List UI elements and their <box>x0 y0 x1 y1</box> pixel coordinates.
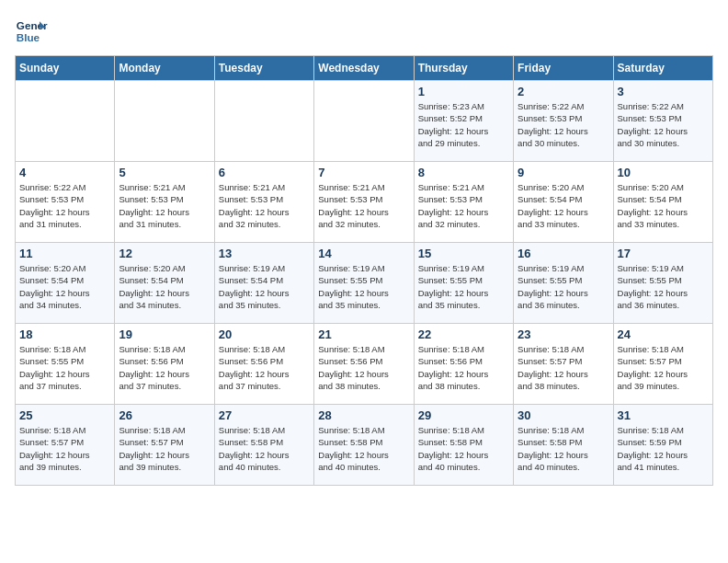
day-number: 18 <box>19 327 110 341</box>
day-number: 20 <box>219 327 310 341</box>
calendar-cell: 30Sunrise: 5:18 AM Sunset: 5:58 PM Dayli… <box>514 405 613 486</box>
calendar-cell: 26Sunrise: 5:18 AM Sunset: 5:57 PM Dayli… <box>115 405 214 486</box>
day-info: Sunrise: 5:18 AM Sunset: 5:56 PM Dayligh… <box>418 343 509 392</box>
calendar-week-row: 11Sunrise: 5:20 AM Sunset: 5:54 PM Dayli… <box>16 243 713 324</box>
day-info: Sunrise: 5:18 AM Sunset: 5:58 PM Dayligh… <box>518 424 609 473</box>
day-info: Sunrise: 5:18 AM Sunset: 5:55 PM Dayligh… <box>19 343 110 392</box>
calendar-cell: 11Sunrise: 5:20 AM Sunset: 5:54 PM Dayli… <box>16 243 115 324</box>
calendar-cell: 31Sunrise: 5:18 AM Sunset: 5:59 PM Dayli… <box>613 405 712 486</box>
calendar-cell: 19Sunrise: 5:18 AM Sunset: 5:56 PM Dayli… <box>115 324 214 405</box>
day-info: Sunrise: 5:19 AM Sunset: 5:55 PM Dayligh… <box>618 262 709 311</box>
calendar-cell: 6Sunrise: 5:21 AM Sunset: 5:53 PM Daylig… <box>214 162 313 243</box>
day-number: 14 <box>318 247 409 260</box>
calendar-cell: 8Sunrise: 5:21 AM Sunset: 5:53 PM Daylig… <box>414 162 513 243</box>
day-info: Sunrise: 5:22 AM Sunset: 5:53 PM Dayligh… <box>518 100 609 149</box>
calendar-header-monday: Monday <box>115 56 214 81</box>
calendar-header-wednesday: Wednesday <box>314 56 414 81</box>
calendar-header-saturday: Saturday <box>613 56 712 81</box>
calendar-cell: 5Sunrise: 5:21 AM Sunset: 5:53 PM Daylig… <box>115 162 214 243</box>
calendar-cell: 20Sunrise: 5:18 AM Sunset: 5:56 PM Dayli… <box>214 324 313 405</box>
calendar-cell: 17Sunrise: 5:19 AM Sunset: 5:55 PM Dayli… <box>613 243 712 324</box>
day-number: 17 <box>618 247 709 260</box>
day-info: Sunrise: 5:18 AM Sunset: 5:57 PM Dayligh… <box>618 343 709 392</box>
calendar-cell: 25Sunrise: 5:18 AM Sunset: 5:57 PM Dayli… <box>16 405 115 486</box>
day-number: 29 <box>418 408 509 422</box>
calendar-week-row: 18Sunrise: 5:18 AM Sunset: 5:55 PM Dayli… <box>16 324 713 405</box>
day-number: 15 <box>418 247 509 260</box>
day-info: Sunrise: 5:21 AM Sunset: 5:53 PM Dayligh… <box>318 181 409 230</box>
day-number: 24 <box>618 327 709 341</box>
day-info: Sunrise: 5:18 AM Sunset: 5:57 PM Dayligh… <box>518 343 609 392</box>
calendar-cell: 13Sunrise: 5:19 AM Sunset: 5:54 PM Dayli… <box>214 243 313 324</box>
calendar-cell: 1Sunrise: 5:23 AM Sunset: 5:52 PM Daylig… <box>414 81 513 162</box>
calendar-cell: 14Sunrise: 5:19 AM Sunset: 5:55 PM Dayli… <box>314 243 414 324</box>
calendar-cell: 10Sunrise: 5:20 AM Sunset: 5:54 PM Dayli… <box>613 162 712 243</box>
day-number: 4 <box>19 166 110 179</box>
calendar-header-tuesday: Tuesday <box>214 56 313 81</box>
day-number: 5 <box>119 166 210 179</box>
svg-text:Blue: Blue <box>17 31 40 43</box>
day-info: Sunrise: 5:18 AM Sunset: 5:57 PM Dayligh… <box>119 424 210 473</box>
calendar-week-row: 1Sunrise: 5:23 AM Sunset: 5:52 PM Daylig… <box>16 81 713 162</box>
day-number: 19 <box>119 327 210 341</box>
day-info: Sunrise: 5:22 AM Sunset: 5:53 PM Dayligh… <box>19 181 110 230</box>
day-number: 30 <box>518 408 609 422</box>
calendar-cell: 7Sunrise: 5:21 AM Sunset: 5:53 PM Daylig… <box>314 162 414 243</box>
day-info: Sunrise: 5:19 AM Sunset: 5:55 PM Dayligh… <box>518 262 609 311</box>
day-info: Sunrise: 5:18 AM Sunset: 5:56 PM Dayligh… <box>318 343 409 392</box>
day-info: Sunrise: 5:18 AM Sunset: 5:56 PM Dayligh… <box>119 343 210 392</box>
calendar-week-row: 4Sunrise: 5:22 AM Sunset: 5:53 PM Daylig… <box>16 162 713 243</box>
day-number: 27 <box>219 408 310 422</box>
calendar-cell <box>214 81 313 162</box>
day-info: Sunrise: 5:22 AM Sunset: 5:53 PM Dayligh… <box>618 100 709 149</box>
day-number: 7 <box>318 166 409 179</box>
calendar-header-row: SundayMondayTuesdayWednesdayThursdayFrid… <box>16 56 713 81</box>
calendar-header-friday: Friday <box>514 56 613 81</box>
day-info: Sunrise: 5:18 AM Sunset: 5:57 PM Dayligh… <box>19 424 110 473</box>
day-info: Sunrise: 5:20 AM Sunset: 5:54 PM Dayligh… <box>518 181 609 230</box>
day-info: Sunrise: 5:21 AM Sunset: 5:53 PM Dayligh… <box>418 181 509 230</box>
day-number: 25 <box>19 408 110 422</box>
day-info: Sunrise: 5:23 AM Sunset: 5:52 PM Dayligh… <box>418 100 509 149</box>
calendar-cell: 22Sunrise: 5:18 AM Sunset: 5:56 PM Dayli… <box>414 324 513 405</box>
day-number: 11 <box>19 247 110 260</box>
calendar-cell: 29Sunrise: 5:18 AM Sunset: 5:58 PM Dayli… <box>414 405 513 486</box>
day-info: Sunrise: 5:18 AM Sunset: 5:58 PM Dayligh… <box>219 424 310 473</box>
day-info: Sunrise: 5:19 AM Sunset: 5:55 PM Dayligh… <box>318 262 409 311</box>
day-info: Sunrise: 5:19 AM Sunset: 5:55 PM Dayligh… <box>418 262 509 311</box>
calendar-body: 1Sunrise: 5:23 AM Sunset: 5:52 PM Daylig… <box>16 81 713 486</box>
calendar-cell: 23Sunrise: 5:18 AM Sunset: 5:57 PM Dayli… <box>514 324 613 405</box>
calendar-cell <box>314 81 414 162</box>
calendar-cell: 2Sunrise: 5:22 AM Sunset: 5:53 PM Daylig… <box>514 81 613 162</box>
calendar-cell <box>115 81 214 162</box>
calendar-cell: 3Sunrise: 5:22 AM Sunset: 5:53 PM Daylig… <box>613 81 712 162</box>
calendar-table: SundayMondayTuesdayWednesdayThursdayFrid… <box>15 55 713 486</box>
calendar-cell: 21Sunrise: 5:18 AM Sunset: 5:56 PM Dayli… <box>314 324 414 405</box>
logo: General Blue <box>15 15 48 48</box>
day-number: 8 <box>418 166 509 179</box>
day-info: Sunrise: 5:18 AM Sunset: 5:58 PM Dayligh… <box>418 424 509 473</box>
day-number: 1 <box>418 85 509 98</box>
day-number: 10 <box>618 166 709 179</box>
day-number: 21 <box>318 327 409 341</box>
header: General Blue <box>15 15 713 48</box>
day-number: 22 <box>418 327 509 341</box>
calendar-cell: 27Sunrise: 5:18 AM Sunset: 5:58 PM Dayli… <box>214 405 313 486</box>
day-info: Sunrise: 5:18 AM Sunset: 5:58 PM Dayligh… <box>318 424 409 473</box>
day-info: Sunrise: 5:18 AM Sunset: 5:59 PM Dayligh… <box>618 424 709 473</box>
calendar-cell: 24Sunrise: 5:18 AM Sunset: 5:57 PM Dayli… <box>613 324 712 405</box>
calendar-cell: 4Sunrise: 5:22 AM Sunset: 5:53 PM Daylig… <box>16 162 115 243</box>
logo-icon: General Blue <box>15 15 48 48</box>
day-number: 12 <box>119 247 210 260</box>
day-info: Sunrise: 5:21 AM Sunset: 5:53 PM Dayligh… <box>119 181 210 230</box>
day-number: 3 <box>618 85 709 98</box>
calendar-cell: 28Sunrise: 5:18 AM Sunset: 5:58 PM Dayli… <box>314 405 414 486</box>
day-info: Sunrise: 5:20 AM Sunset: 5:54 PM Dayligh… <box>618 181 709 230</box>
calendar-cell: 9Sunrise: 5:20 AM Sunset: 5:54 PM Daylig… <box>514 162 613 243</box>
calendar-cell: 15Sunrise: 5:19 AM Sunset: 5:55 PM Dayli… <box>414 243 513 324</box>
day-number: 31 <box>618 408 709 422</box>
day-info: Sunrise: 5:18 AM Sunset: 5:56 PM Dayligh… <box>219 343 310 392</box>
calendar-cell: 16Sunrise: 5:19 AM Sunset: 5:55 PM Dayli… <box>514 243 613 324</box>
day-info: Sunrise: 5:20 AM Sunset: 5:54 PM Dayligh… <box>119 262 210 311</box>
calendar-cell <box>16 81 115 162</box>
